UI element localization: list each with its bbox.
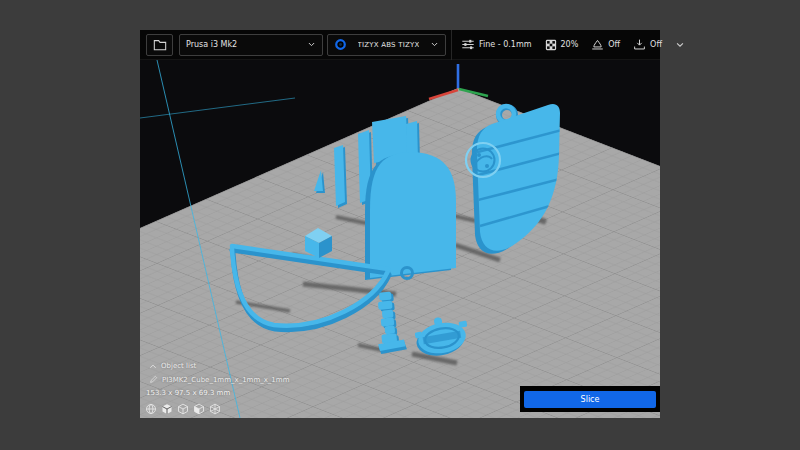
slice-button[interactable]: Slice [524, 391, 656, 408]
infill-icon [545, 39, 557, 51]
profile-setting[interactable]: Fine - 0.1mm [461, 38, 532, 51]
object-list-label: Object list [161, 362, 196, 370]
orbit-view-icon[interactable] [145, 403, 157, 415]
slice-panel: Slice [520, 386, 660, 412]
print-settings-bar: Fine - 0.1mm 20% Off Off [451, 30, 691, 60]
desktop: { "colors": { "accent_blue": "#1167e8", … [0, 0, 800, 450]
more-settings-chevron-icon[interactable] [675, 40, 685, 50]
infill-value: 20% [561, 40, 579, 49]
brim-icon [633, 38, 646, 51]
supports-value: Off [608, 40, 620, 49]
cube-face-view-icon[interactable] [193, 403, 205, 415]
view-toolbar [145, 403, 221, 415]
object-name: PI3MK2_Cube_1mm_x_1mm_x_1mm [162, 376, 289, 384]
object-dimensions: 153.3 x 97.5 x 69.3 mm [146, 389, 230, 397]
object-list-toggle[interactable]: Object list [149, 362, 196, 370]
supports-setting[interactable]: Off [591, 38, 620, 51]
slicer-window: Prusa i3 Mk2 TIZYX ABS TIZYX Fine - 0.1m… [140, 30, 660, 418]
object-list-item[interactable]: PI3MK2_Cube_1mm_x_1mm_x_1mm [149, 375, 289, 384]
top-toolbar: Prusa i3 Mk2 TIZYX ABS TIZYX Fine - 0.1m… [140, 30, 660, 60]
cube-outline-view-icon[interactable] [177, 403, 189, 415]
caret-up-icon [149, 363, 157, 370]
pencil-icon [149, 375, 158, 384]
infill-setting[interactable]: 20% [545, 39, 579, 51]
chevron-down-icon [307, 40, 316, 49]
chevron-down-icon [430, 40, 439, 49]
folder-icon [153, 38, 167, 52]
brim-value: Off [650, 40, 662, 49]
filament-select[interactable]: TIZYX ABS TIZYX [327, 34, 446, 56]
printer-select[interactable]: Prusa i3 Mk2 [179, 34, 323, 56]
supports-icon [591, 38, 604, 51]
model-arch[interactable] [365, 152, 456, 280]
solid-view-icon[interactable] [161, 403, 173, 415]
open-file-button[interactable] [146, 34, 173, 56]
viewport-3d[interactable]: Object list PI3MK2_Cube_1mm_x_1mm_x_1mm … [140, 60, 660, 418]
sliders-icon [461, 38, 475, 51]
filament-spool-icon [334, 38, 347, 51]
brim-setting[interactable]: Off [633, 38, 662, 51]
printer-select-value: Prusa i3 Mk2 [186, 40, 237, 49]
filament-select-value: TIZYX ABS TIZYX [358, 41, 420, 49]
scene-canvas[interactable] [140, 60, 660, 418]
cube-wire-view-icon[interactable] [209, 403, 221, 415]
profile-value: Fine - 0.1mm [479, 40, 532, 49]
